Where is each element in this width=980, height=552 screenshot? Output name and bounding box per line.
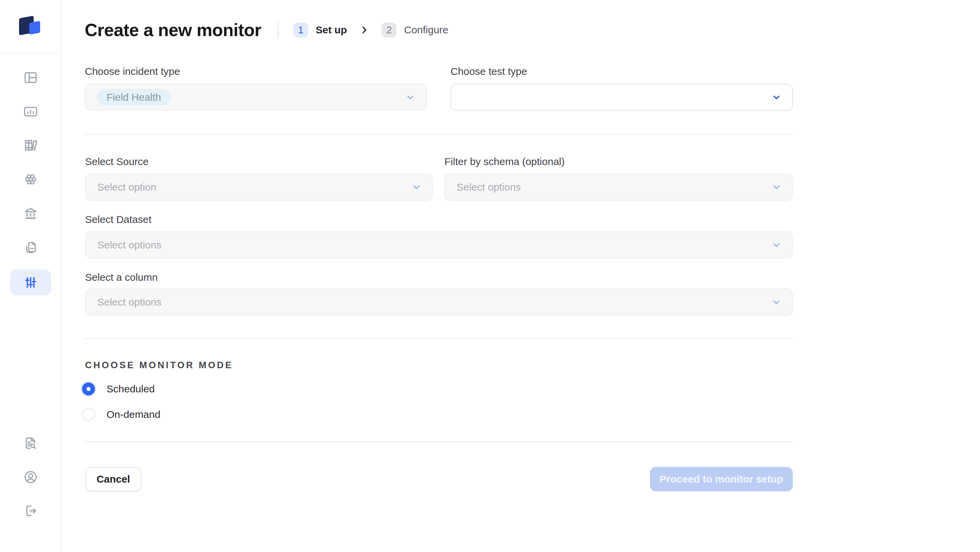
section-divider bbox=[85, 338, 793, 339]
page-title: Create a new monitor bbox=[85, 20, 261, 40]
column-select[interactable]: Select options bbox=[85, 289, 793, 315]
user-profile-icon bbox=[23, 469, 38, 485]
sidebar-item-profile[interactable] bbox=[23, 469, 38, 485]
cancel-button[interactable]: Cancel bbox=[85, 467, 142, 492]
monitor-mode-heading: CHOOSE MONITOR MODE bbox=[85, 360, 233, 371]
header-divider bbox=[278, 22, 278, 38]
dataset-select[interactable]: Select options bbox=[85, 231, 793, 258]
step-1-label: Set up bbox=[316, 24, 347, 36]
incident-type-label: Choose incident type bbox=[85, 66, 180, 77]
chevron-down-icon[interactable] bbox=[405, 92, 416, 103]
step-setup: 1 Set up bbox=[293, 22, 347, 37]
section-divider bbox=[85, 134, 793, 135]
test-type-label: Choose test type bbox=[450, 66, 527, 77]
page-header: Create a new monitor 1 Set up 2 Configur… bbox=[85, 20, 449, 40]
source-label: Select Source bbox=[85, 156, 149, 167]
chevron-down-icon[interactable] bbox=[771, 240, 782, 250]
logo-blue-parallelogram bbox=[29, 21, 40, 35]
layout-panels-icon bbox=[23, 70, 38, 86]
test-type-select[interactable] bbox=[450, 84, 793, 111]
radio-unselected-icon[interactable] bbox=[82, 408, 95, 421]
schema-filter-placeholder: Select options bbox=[457, 181, 520, 193]
step-configure: 2 Configure bbox=[382, 22, 448, 37]
chevron-down-icon[interactable] bbox=[771, 182, 782, 192]
source-placeholder: Select option bbox=[97, 181, 156, 193]
source-select[interactable]: Select option bbox=[85, 173, 433, 201]
sidebar-item-audit-logs[interactable] bbox=[23, 436, 38, 451]
sidebar-item-documents[interactable] bbox=[23, 240, 38, 255]
document-search-icon bbox=[23, 436, 38, 451]
bar-chart-card-icon bbox=[23, 104, 38, 119]
copy-pages-icon bbox=[23, 240, 38, 255]
radio-scheduled-label: Scheduled bbox=[107, 383, 155, 395]
sidebar-item-logout[interactable] bbox=[23, 503, 38, 519]
dataset-placeholder: Select options bbox=[97, 239, 161, 251]
chevron-right-icon bbox=[359, 25, 369, 35]
sidebar-item-warehouse[interactable] bbox=[23, 205, 38, 221]
chevron-down-icon[interactable] bbox=[411, 182, 422, 192]
step-2-label: Configure bbox=[404, 24, 448, 36]
sliders-icon bbox=[23, 275, 38, 290]
logout-icon bbox=[23, 503, 38, 519]
schema-filter-label: Filter by schema (optional) bbox=[444, 156, 565, 167]
column-label: Select a column bbox=[85, 272, 158, 283]
radio-on-demand[interactable]: On-demand bbox=[82, 407, 160, 422]
bank-icon bbox=[23, 205, 38, 221]
sidebar-item-lineage[interactable] bbox=[23, 172, 38, 187]
proceed-to-monitor-setup-button[interactable]: Proceed to monitor setup bbox=[650, 467, 793, 492]
footer-divider bbox=[85, 441, 793, 442]
column-placeholder: Select options bbox=[97, 296, 161, 308]
honeycomb-cluster-icon bbox=[23, 172, 38, 187]
sidebar-item-catalog[interactable] bbox=[23, 137, 38, 153]
sidebar-item-monitors[interactable] bbox=[10, 270, 51, 295]
schema-filter-select[interactable]: Select options bbox=[444, 173, 793, 201]
sidebar-item-reports[interactable] bbox=[23, 104, 38, 119]
radio-selected-icon[interactable] bbox=[82, 383, 95, 395]
incident-type-select[interactable]: Field Health bbox=[85, 84, 427, 111]
incident-type-chip: Field Health bbox=[97, 89, 170, 105]
dataset-label: Select Dataset bbox=[85, 214, 151, 225]
step-2-badge: 2 bbox=[382, 22, 396, 37]
logo-block bbox=[0, 0, 60, 53]
radio-on-demand-label: On-demand bbox=[107, 409, 160, 420]
sidebar-item-dashboard[interactable] bbox=[23, 70, 38, 86]
app-logo-icon bbox=[19, 16, 41, 37]
step-1-badge: 1 bbox=[293, 22, 308, 37]
sidebar bbox=[0, 0, 61, 552]
chevron-down-icon[interactable] bbox=[771, 297, 782, 308]
chevron-down-icon[interactable] bbox=[771, 92, 782, 103]
library-books-icon bbox=[23, 137, 38, 153]
radio-scheduled[interactable]: Scheduled bbox=[82, 382, 155, 396]
main-content: Create a new monitor 1 Set up 2 Configur… bbox=[61, 0, 980, 552]
